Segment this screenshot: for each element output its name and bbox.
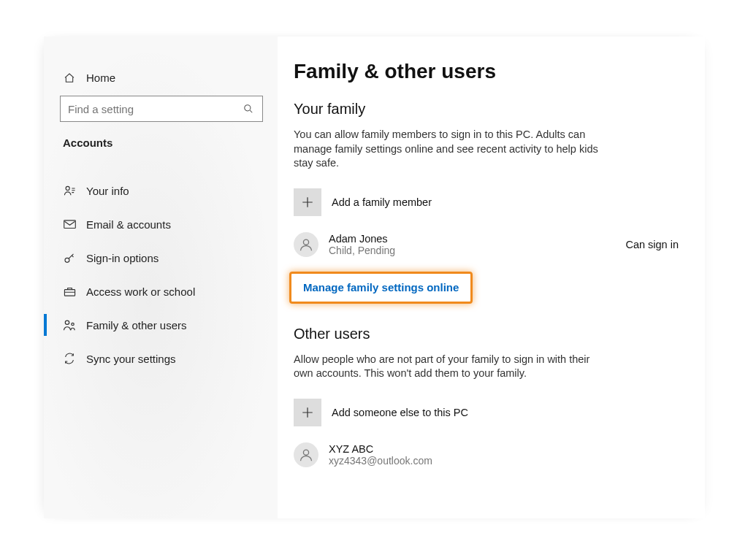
- sync-icon: [63, 353, 76, 364]
- key-icon: [63, 252, 76, 264]
- sidebar-item-label: Access work or school: [86, 285, 195, 298]
- main-content: Family & other users Your family You can…: [278, 37, 705, 518]
- sidebar-category: Accounts: [44, 134, 278, 159]
- sidebar: Home Accounts Your info Email & accounts: [44, 37, 278, 518]
- family-heading: Your family: [294, 101, 683, 118]
- family-member-info: Adam Jones Child, Pending: [329, 233, 625, 256]
- svg-point-6: [72, 323, 74, 325]
- family-member-status: Can sign in: [625, 239, 683, 250]
- add-other-label: Add someone else to this PC: [332, 407, 468, 418]
- family-description: You can allow family members to sign in …: [294, 128, 600, 171]
- sidebar-item-sync[interactable]: Sync your settings: [44, 342, 278, 375]
- home-icon: [63, 72, 76, 84]
- manage-family-link[interactable]: Manage family settings online: [303, 281, 459, 294]
- other-user-info: XYZ ABC xyz4343@outlook.com: [329, 443, 683, 467]
- search-icon: [243, 104, 255, 114]
- svg-rect-2: [64, 220, 75, 228]
- sidebar-item-label: Email & accounts: [86, 218, 171, 231]
- svg-point-5: [65, 321, 69, 324]
- manage-family-highlight: Manage family settings online: [289, 272, 473, 304]
- plus-icon: [294, 399, 321, 426]
- sidebar-item-label: Your info: [86, 185, 129, 197]
- sidebar-item-family[interactable]: Family & other users: [44, 308, 278, 342]
- add-family-label: Add a family member: [332, 196, 432, 208]
- sidebar-item-label: Family & other users: [86, 319, 187, 331]
- family-member-name: Adam Jones: [329, 233, 625, 245]
- sidebar-item-work-school[interactable]: Access work or school: [44, 275, 278, 308]
- family-member-subtitle: Child, Pending: [329, 245, 625, 256]
- svg-point-8: [303, 450, 308, 455]
- settings-window: Home Accounts Your info Email & accounts: [44, 37, 705, 518]
- avatar-icon: [294, 442, 318, 467]
- home-label: Home: [86, 72, 115, 84]
- page-title: Family & other users: [294, 60, 683, 83]
- other-user-row[interactable]: XYZ ABC xyz4343@outlook.com: [294, 442, 683, 467]
- svg-rect-4: [64, 289, 75, 296]
- sidebar-nav: Your info Email & accounts Sign-in optio…: [44, 159, 278, 375]
- search-box[interactable]: [60, 96, 263, 122]
- add-family-member-button[interactable]: Add a family member: [294, 187, 683, 218]
- mail-icon: [63, 220, 76, 229]
- others-description: Allow people who are not part of your fa…: [294, 353, 600, 381]
- svg-point-1: [66, 186, 69, 190]
- other-user-name: XYZ ABC: [329, 443, 683, 455]
- add-other-user-button[interactable]: Add someone else to this PC: [294, 397, 683, 428]
- family-icon: [63, 319, 76, 331]
- sidebar-item-signin[interactable]: Sign-in options: [44, 241, 278, 275]
- briefcase-icon: [63, 286, 76, 297]
- others-heading: Other users: [294, 326, 683, 342]
- sidebar-item-your-info[interactable]: Your info: [44, 174, 278, 207]
- svg-point-7: [303, 239, 308, 245]
- search-input[interactable]: [68, 103, 243, 115]
- home-button[interactable]: Home: [44, 66, 278, 91]
- user-info-icon: [63, 185, 76, 197]
- svg-point-3: [64, 258, 69, 262]
- sidebar-item-label: Sign-in options: [86, 252, 159, 264]
- avatar-icon: [294, 232, 318, 257]
- sidebar-item-email[interactable]: Email & accounts: [44, 207, 278, 241]
- other-user-subtitle: xyz4343@outlook.com: [329, 455, 683, 467]
- sidebar-item-label: Sync your settings: [86, 353, 176, 365]
- svg-point-0: [245, 105, 251, 111]
- family-member-row[interactable]: Adam Jones Child, Pending Can sign in: [294, 232, 683, 257]
- plus-icon: [294, 188, 321, 216]
